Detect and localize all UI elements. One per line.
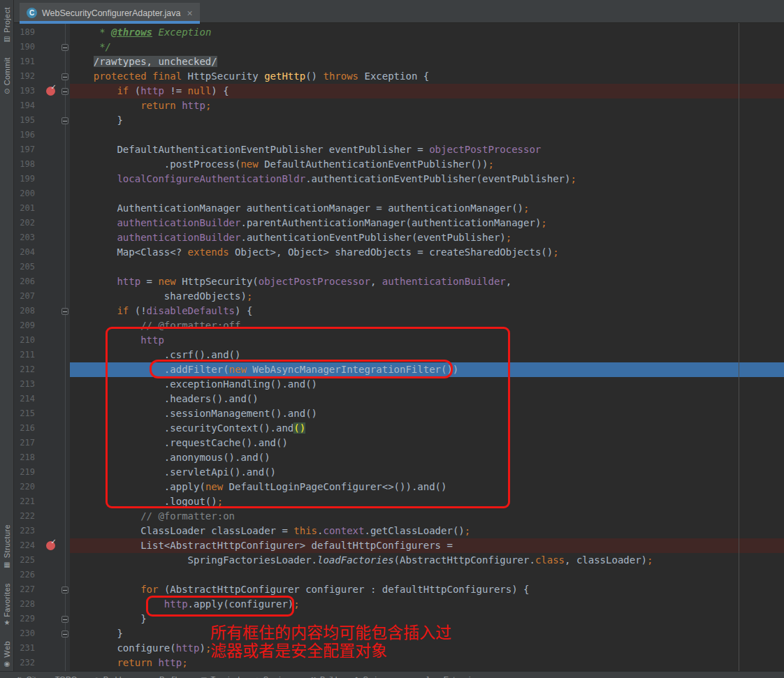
- code-line[interactable]: for (AbstractHttpConfigurer configurer :…: [70, 582, 784, 597]
- line-number[interactable]: 221: [15, 494, 35, 509]
- code-line[interactable]: http: [70, 333, 784, 348]
- line-number[interactable]: 213: [15, 377, 35, 392]
- code-line[interactable]: sharedObjects);: [70, 289, 784, 304]
- line-number[interactable]: 222: [15, 509, 35, 524]
- line-number[interactable]: 198: [15, 157, 35, 172]
- line-number[interactable]: 228: [15, 597, 35, 612]
- code-line[interactable]: [70, 128, 784, 142]
- code-line[interactable]: .headers().and(): [70, 392, 784, 406]
- code-line[interactable]: http.apply(configurer);: [70, 597, 784, 612]
- code-line[interactable]: List<AbstractHttpConfigurer> defaultHttp…: [70, 538, 784, 553]
- line-number[interactable]: 227: [15, 582, 35, 597]
- line-number[interactable]: 214: [15, 392, 35, 406]
- statusbar-item-services[interactable]: ◈Services: [254, 675, 293, 678]
- line-number[interactable]: 193: [15, 84, 35, 98]
- tool-window-button-project[interactable]: Project▤: [3, 7, 11, 43]
- line-number[interactable]: 201: [15, 201, 35, 216]
- line-number[interactable]: 209: [15, 318, 35, 333]
- breakpoint-icon[interactable]: [46, 87, 55, 96]
- line-number[interactable]: 190: [15, 40, 35, 54]
- fold-marker-icon[interactable]: [61, 616, 68, 623]
- line-number[interactable]: 189: [15, 25, 35, 40]
- line-number[interactable]: 202: [15, 216, 35, 230]
- code-line[interactable]: SpringFactoriesLoader.loadFactories(Abst…: [70, 553, 784, 568]
- line-number[interactable]: 231: [15, 641, 35, 656]
- code-line[interactable]: if (http != null) {: [70, 84, 784, 98]
- line-number[interactable]: 212: [15, 362, 35, 377]
- line-number[interactable]: 229: [15, 612, 35, 626]
- tool-window-button-web[interactable]: Web◉: [3, 641, 11, 668]
- line-number[interactable]: 225: [15, 553, 35, 568]
- line-number[interactable]: 208: [15, 304, 35, 318]
- line-number[interactable]: 223: [15, 524, 35, 538]
- line-number[interactable]: 230: [15, 626, 35, 641]
- code-line[interactable]: .securityContext().and(): [70, 421, 784, 436]
- statusbar-item-terminal[interactable]: ▣Terminal: [201, 675, 240, 678]
- code-line[interactable]: .logout();: [70, 494, 784, 509]
- line-number[interactable]: 200: [15, 186, 35, 201]
- statusbar-item-build[interactable]: ⚒Build: [310, 675, 337, 678]
- line-number[interactable]: 217: [15, 436, 35, 450]
- fold-marker-icon[interactable]: [61, 587, 68, 594]
- tab-close-icon[interactable]: ×: [186, 8, 193, 18]
- breakpoint-icon[interactable]: [46, 541, 55, 550]
- line-number[interactable]: 206: [15, 274, 35, 289]
- line-number[interactable]: 211: [15, 348, 35, 362]
- code-line[interactable]: [70, 568, 784, 582]
- code-line[interactable]: .postProcess(new DefaultAuthenticationEv…: [70, 157, 784, 172]
- code-line[interactable]: authenticationBuilder.authenticationEven…: [70, 230, 784, 245]
- line-number[interactable]: 204: [15, 245, 35, 260]
- line-number[interactable]: 226: [15, 568, 35, 582]
- code-line[interactable]: .csrf().and(): [70, 348, 784, 362]
- code-line[interactable]: [70, 260, 784, 274]
- code-line[interactable]: .sessionManagement().and(): [70, 406, 784, 421]
- code-line[interactable]: // @formatter:on: [70, 509, 784, 524]
- code-line[interactable]: .addFilter(new WebAsyncManagerIntegratio…: [70, 362, 784, 377]
- code-line[interactable]: DefaultAuthenticationEventPublisher even…: [70, 142, 784, 157]
- line-number[interactable]: 199: [15, 172, 35, 186]
- line-number[interactable]: 191: [15, 54, 35, 69]
- line-number[interactable]: 215: [15, 406, 35, 421]
- code-line[interactable]: http = new HttpSecurity(objectPostProces…: [70, 274, 784, 289]
- line-number[interactable]: 203: [15, 230, 35, 245]
- tool-window-button-commit[interactable]: Commit⊙: [3, 57, 11, 96]
- code-line[interactable]: authenticationBuilder.parentAuthenticati…: [70, 216, 784, 230]
- fold-marker-icon[interactable]: [61, 308, 68, 315]
- line-number[interactable]: 216: [15, 421, 35, 436]
- code-line[interactable]: localConfigureAuthenticationBldr.authent…: [70, 172, 784, 186]
- code-line[interactable]: .anonymous().and(): [70, 450, 784, 465]
- code-editor[interactable]: 189 * @throws Exception190 */191 /rawtyp…: [14, 23, 784, 671]
- tool-window-button-favorites[interactable]: Favorites★: [3, 583, 11, 628]
- code-line[interactable]: }: [70, 113, 784, 128]
- line-number[interactable]: 192: [15, 69, 35, 84]
- code-line[interactable]: * @throws Exception: [70, 25, 784, 40]
- code-line[interactable]: if (!disableDefaults) {: [70, 304, 784, 318]
- fold-marker-icon[interactable]: [61, 73, 68, 80]
- fold-marker-icon[interactable]: [61, 631, 68, 638]
- statusbar-item-java-enterprise[interactable]: ▪Java Enterprise: [419, 675, 479, 678]
- code-line[interactable]: protected final HttpSecurity getHttp() t…: [70, 69, 784, 84]
- statusbar-item-spring[interactable]: ✿Spring: [354, 675, 385, 678]
- statusbar-item-problems[interactable]: ◎Problems: [94, 675, 136, 678]
- code-line[interactable]: .requestCache().and(): [70, 436, 784, 450]
- line-number[interactable]: 210: [15, 333, 35, 348]
- line-number[interactable]: 219: [15, 465, 35, 480]
- line-number[interactable]: 207: [15, 289, 35, 304]
- statusbar-item-profiler[interactable]: ◔Profiler: [152, 675, 184, 678]
- code-line[interactable]: .exceptionHandling().and(): [70, 377, 784, 392]
- line-number[interactable]: 224: [15, 538, 35, 553]
- line-number[interactable]: 218: [15, 450, 35, 465]
- editor-tab[interactable]: C WebSecurityConfigurerAdapter.java ×: [20, 3, 200, 23]
- code-line[interactable]: [70, 186, 784, 201]
- fold-marker-icon[interactable]: [61, 88, 68, 95]
- code-line[interactable]: return http;: [70, 98, 784, 113]
- tool-window-button-structure[interactable]: Structure▦: [3, 524, 11, 568]
- line-number[interactable]: 220: [15, 480, 35, 494]
- line-number[interactable]: 232: [15, 656, 35, 670]
- statusbar-item-todo[interactable]: ≡TODO: [48, 675, 77, 678]
- line-number[interactable]: 197: [15, 142, 35, 157]
- code-line[interactable]: ClassLoader classLoader = this.context.g…: [70, 524, 784, 538]
- code-line[interactable]: AuthenticationManager authenticationMana…: [70, 201, 784, 216]
- line-number[interactable]: 196: [15, 128, 35, 142]
- line-number[interactable]: 205: [15, 260, 35, 274]
